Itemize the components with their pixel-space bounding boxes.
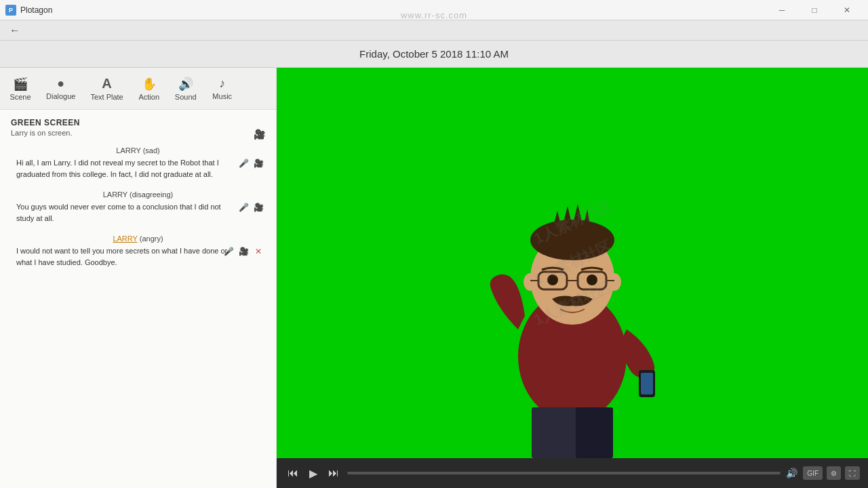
text-plate-icon: A bbox=[102, 76, 111, 92]
character-link[interactable]: LARRY bbox=[113, 235, 137, 243]
sound-icon: 🔊 bbox=[178, 77, 193, 92]
title-bar-left: P Plotagon bbox=[5, 5, 52, 16]
toolbar: 🎬 Scene ● Dialogue A Text Plate ✋ Action… bbox=[0, 68, 276, 110]
play-button[interactable]: ▶ bbox=[307, 464, 320, 483]
scene-header: GREEN SCREEN bbox=[11, 118, 265, 127]
toolbar-music[interactable]: ♪ Music bbox=[205, 74, 240, 103]
toolbar-scene[interactable]: 🎬 Scene bbox=[3, 74, 38, 104]
character-svg bbox=[457, 146, 688, 458]
toolbar-action-label: Action bbox=[138, 93, 159, 101]
dialogue-character-1: LARRY (sad) bbox=[11, 146, 265, 155]
character-container bbox=[457, 146, 688, 458]
svg-point-3 bbox=[530, 220, 614, 260]
mic-icon-3[interactable]: 🎤 bbox=[222, 245, 235, 258]
video-icon-3[interactable]: 🎥 bbox=[237, 245, 250, 258]
toolbar-scene-label: Scene bbox=[9, 93, 31, 101]
toolbar-dialogue-label: Dialogue bbox=[46, 92, 75, 100]
svg-rect-20 bbox=[532, 407, 569, 458]
minimize-button[interactable]: ─ bbox=[766, 0, 797, 20]
svg-point-9 bbox=[608, 273, 621, 291]
script-content: GREEN SCREEN Larry is on screen. 🎥 LARRY… bbox=[0, 110, 276, 488]
green-screen: 1人素材社区 1人素材社区 1人素材社区 bbox=[277, 68, 868, 458]
video-area: 1人素材社区 1人素材社区 1人素材社区 bbox=[277, 68, 868, 458]
dialogue-text-1: Hi all, I am Larry. I did not reveal my … bbox=[16, 157, 238, 180]
svg-marker-5 bbox=[562, 206, 573, 229]
svg-rect-18 bbox=[641, 373, 653, 394]
dialogue-block-3: LARRY (angry) I would not want to tell y… bbox=[11, 235, 265, 268]
restore-button[interactable]: □ bbox=[799, 0, 830, 20]
back-button[interactable]: ← bbox=[5, 21, 24, 40]
dialogue-block-2: LARRY (disagreeing) You guys would never… bbox=[11, 190, 265, 224]
mic-icon-2[interactable]: 🎤 bbox=[237, 201, 250, 214]
main-layout: 🎬 Scene ● Dialogue A Text Plate ✋ Action… bbox=[0, 68, 868, 488]
svg-rect-21 bbox=[576, 407, 613, 458]
dialogue-icon: ● bbox=[57, 77, 64, 91]
dialogue-text-3: I would not want to tell you more secret… bbox=[16, 245, 238, 268]
action-icon: ✋ bbox=[142, 77, 157, 92]
app-title: Plotagon bbox=[20, 5, 52, 15]
scene-icon: 🎬 bbox=[13, 77, 28, 92]
close-button[interactable]: ✕ bbox=[831, 0, 863, 20]
mic-icon-1[interactable]: 🎤 bbox=[237, 157, 250, 170]
volume-icon: 🔊 bbox=[786, 468, 797, 479]
dialogue-actions-2: 🎤 🎥 bbox=[237, 201, 265, 214]
app-icon: P bbox=[5, 5, 16, 16]
gif-button[interactable]: GIF bbox=[803, 466, 823, 480]
playback-controls-right: GIF ⚙ ⛶ bbox=[803, 466, 860, 480]
fullscreen-button[interactable]: ⛶ bbox=[845, 466, 860, 480]
delete-icon-3[interactable]: ✕ bbox=[252, 245, 265, 258]
scene-video-icon[interactable]: 🎥 bbox=[254, 129, 265, 140]
toolbar-text-plate[interactable]: A Text Plate bbox=[83, 73, 130, 104]
nav-bar: ← bbox=[0, 20, 868, 41]
fast-forward-button[interactable]: ⏭ bbox=[326, 464, 342, 482]
svg-marker-6 bbox=[572, 204, 583, 228]
settings-button[interactable]: ⚙ bbox=[827, 466, 841, 480]
date-text: Friday, October 5 2018 11:10 AM bbox=[359, 48, 509, 60]
music-icon: ♪ bbox=[219, 77, 225, 91]
dialogue-actions-3: 🎤 🎥 ✕ bbox=[222, 245, 265, 258]
svg-point-8 bbox=[524, 273, 537, 291]
title-bar: P Plotagon ─ □ ✕ bbox=[0, 0, 868, 20]
dialogue-character-2: LARRY (disagreeing) bbox=[11, 190, 265, 199]
rewind-button[interactable]: ⏮ bbox=[285, 464, 301, 482]
progress-bar[interactable] bbox=[347, 472, 781, 474]
video-icon-1[interactable]: 🎥 bbox=[252, 157, 265, 170]
dialogue-text-2: You guys would never ever come to a conc… bbox=[16, 201, 238, 224]
date-bar: Friday, October 5 2018 11:10 AM bbox=[0, 41, 868, 68]
video-icon-2[interactable]: 🎥 bbox=[252, 201, 265, 214]
right-panel: 1人素材社区 1人素材社区 1人素材社区 ⏮ ▶ ⏭ 🔊 GIF ⚙ ⛶ bbox=[277, 68, 868, 488]
toolbar-action[interactable]: ✋ Action bbox=[132, 74, 167, 104]
dialogue-actions-1: 🎤 🎥 bbox=[237, 157, 265, 170]
toolbar-dialogue[interactable]: ● Dialogue bbox=[39, 74, 82, 103]
left-panel: 🎬 Scene ● Dialogue A Text Plate ✋ Action… bbox=[0, 68, 277, 488]
playback-bar: ⏮ ▶ ⏭ 🔊 GIF ⚙ ⛶ bbox=[277, 458, 868, 488]
scene-description: Larry is on screen. 🎥 bbox=[11, 129, 265, 137]
toolbar-sound-label: Sound bbox=[175, 93, 197, 101]
svg-point-15 bbox=[547, 274, 558, 285]
dialogue-block-1: LARRY (sad) Hi all, I am Larry. I did no… bbox=[11, 146, 265, 180]
toolbar-text-plate-label: Text Plate bbox=[90, 93, 123, 101]
toolbar-sound[interactable]: 🔊 Sound bbox=[168, 74, 203, 104]
title-bar-controls: ─ □ ✕ bbox=[766, 0, 863, 20]
dialogue-character-3: LARRY (angry) bbox=[11, 235, 265, 243]
toolbar-music-label: Music bbox=[212, 92, 232, 100]
svg-point-16 bbox=[587, 274, 597, 285]
